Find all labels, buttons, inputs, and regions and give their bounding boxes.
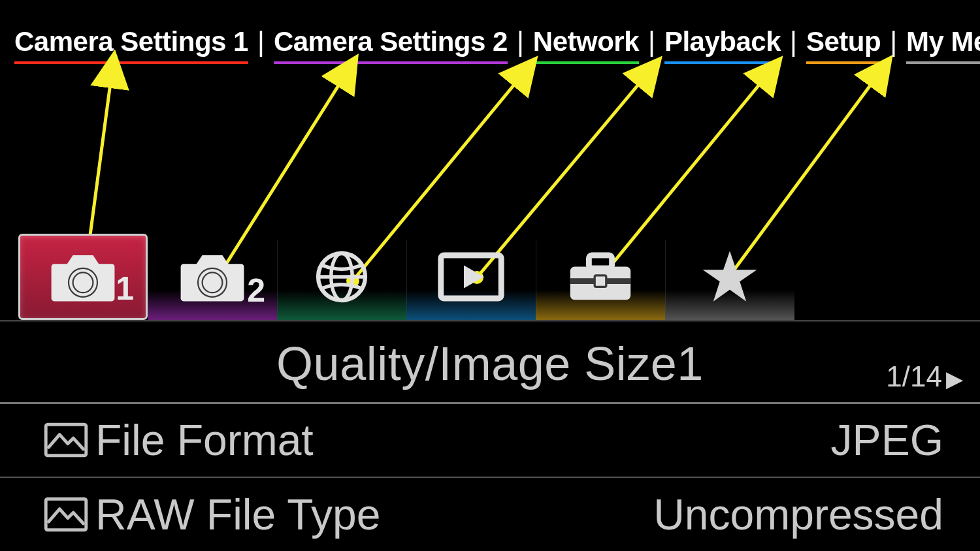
globe-icon: [302, 245, 381, 308]
tab-camera-settings-1[interactable]: 1: [18, 234, 148, 320]
menu-row-value: Uncompressed: [653, 490, 943, 539]
menu-row-label: File Format: [95, 415, 831, 465]
camera-icon: [173, 245, 252, 308]
star-icon: [691, 245, 769, 308]
tab-playback[interactable]: [406, 234, 536, 320]
label-separator: |: [639, 26, 664, 57]
svg-marker-9: [464, 265, 484, 288]
svg-marker-14: [703, 251, 757, 301]
menu-row-label: RAW File Type: [95, 490, 653, 539]
annotation-label: My Menu: [906, 26, 980, 64]
page-total: 14: [910, 360, 942, 393]
tab-baseline: [0, 320, 980, 323]
svg-rect-12: [589, 255, 612, 268]
picture-icon: [43, 422, 95, 458]
label-separator: |: [881, 26, 906, 57]
menu-list: File FormatJPEG RAW File TypeUncompresse…: [0, 403, 980, 551]
tab-badge: 1: [116, 270, 134, 307]
label-separator: |: [508, 26, 533, 57]
chevron-right-icon: ▶: [946, 366, 963, 392]
menu-row-value: JPEG: [831, 415, 943, 465]
tab-setup[interactable]: [536, 234, 665, 320]
camera-icon: [44, 245, 122, 308]
annotation-label: Setup: [806, 26, 881, 64]
tab-camera-settings-2[interactable]: 2: [148, 234, 277, 320]
label-separator: |: [781, 26, 806, 57]
picture-icon: [43, 496, 95, 533]
menu-row[interactable]: File FormatJPEG: [0, 403, 980, 478]
label-separator: |: [248, 26, 274, 57]
tab-my-menu[interactable]: [665, 234, 794, 320]
svg-rect-13: [595, 276, 606, 287]
annotation-label: Playback: [664, 26, 781, 64]
annotation-label: Network: [533, 26, 639, 64]
annotation-label: Camera Settings 1: [14, 26, 248, 64]
menu-row[interactable]: RAW File TypeUncompressed: [0, 478, 980, 551]
play-icon: [432, 245, 510, 308]
page-indicator[interactable]: 1/14 ▶: [886, 360, 963, 393]
annotation-label: Camera Settings 2: [274, 26, 508, 64]
section-title: Quality/Image Size1: [0, 337, 980, 390]
toolbox-icon: [561, 245, 640, 308]
annotation-labels-row: Camera Settings 1|Camera Settings 2|Netw…: [0, 26, 980, 64]
section-title-row: Quality/Image Size1 1/14 ▶: [0, 325, 980, 404]
tab-badge: 2: [247, 272, 265, 309]
page-current: 1: [886, 360, 902, 393]
menu-tab-bar: 1 2: [18, 234, 980, 320]
tab-network[interactable]: [277, 234, 406, 320]
